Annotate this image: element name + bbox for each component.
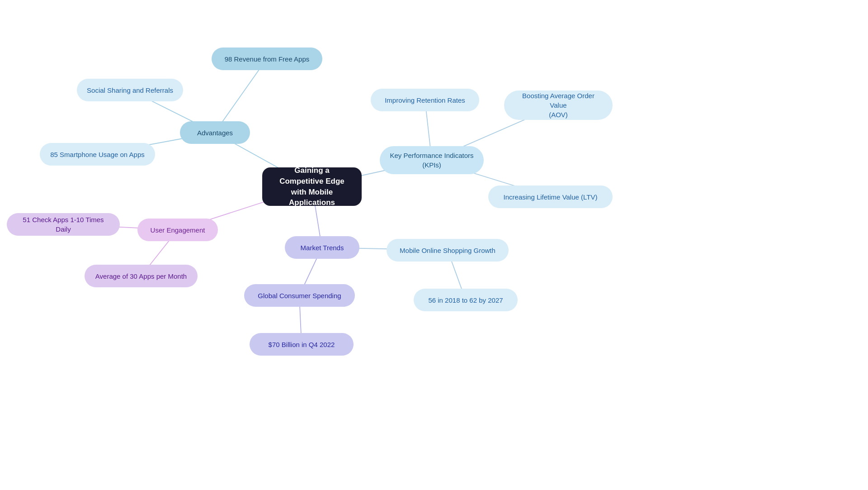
global-spending-label: Global Consumer Spending <box>258 291 341 300</box>
center-label: Gaining a Competitive Edge with Mobile A… <box>275 165 349 208</box>
improving-retention-node: Improving Retention Rates <box>371 89 479 111</box>
center-node: Gaining a Competitive Edge with Mobile A… <box>262 167 362 206</box>
increasing-ltv-label: Increasing Lifetime Value (LTV) <box>504 192 598 202</box>
smartphone-node: 85 Smartphone Usage on Apps <box>40 143 155 166</box>
increasing-ltv-node: Increasing Lifetime Value (LTV) <box>488 186 613 208</box>
70-billion-label: $70 Billion in Q4 2022 <box>269 340 335 349</box>
advantages-label: Advantages <box>197 128 233 138</box>
revenue-free-node: 98 Revenue from Free Apps <box>212 48 322 70</box>
market-trends-label: Market Trends <box>301 243 344 252</box>
avg-30-apps-label: Average of 30 Apps per Month <box>95 271 187 281</box>
user-engagement-node: User Engagement <box>137 219 218 241</box>
advantages-node: Advantages <box>180 121 250 144</box>
revenue-free-label: 98 Revenue from Free Apps <box>225 54 310 64</box>
boosting-aov-label: Boosting Average Order Value (AOV) <box>514 91 603 119</box>
kpis-label: Key Performance Indicators (KPIs) <box>390 151 473 170</box>
smartphone-label: 85 Smartphone Usage on Apps <box>50 150 144 159</box>
mobile-shopping-label: Mobile Online Shopping Growth <box>400 246 495 255</box>
56-to-62-label: 56 in 2018 to 62 by 2027 <box>428 295 503 305</box>
kpis-node: Key Performance Indicators (KPIs) <box>380 146 484 174</box>
user-engagement-label: User Engagement <box>151 225 205 235</box>
boosting-aov-node: Boosting Average Order Value (AOV) <box>504 90 613 120</box>
check-apps-label: 51 Check Apps 1-10 Times Daily <box>17 215 110 234</box>
check-apps-node: 51 Check Apps 1-10 Times Daily <box>7 213 120 236</box>
global-spending-node: Global Consumer Spending <box>244 284 355 307</box>
improving-retention-label: Improving Retention Rates <box>385 95 465 105</box>
56-to-62-node: 56 in 2018 to 62 by 2027 <box>414 289 518 311</box>
avg-30-apps-node: Average of 30 Apps per Month <box>85 265 198 287</box>
market-trends-node: Market Trends <box>285 236 359 259</box>
mobile-shopping-node: Mobile Online Shopping Growth <box>387 239 509 262</box>
70-billion-node: $70 Billion in Q4 2022 <box>250 333 354 356</box>
social-sharing-node: Social Sharing and Referrals <box>77 79 183 101</box>
social-sharing-label: Social Sharing and Referrals <box>87 86 173 95</box>
